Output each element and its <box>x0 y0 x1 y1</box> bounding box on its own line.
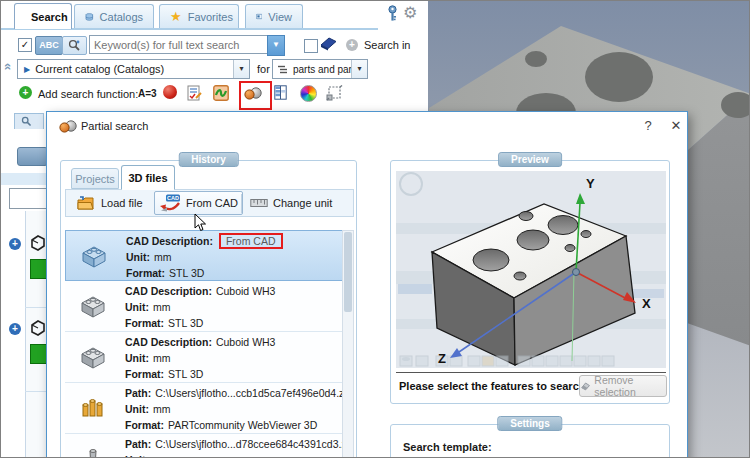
fulltext-checkbox[interactable]: ✓ <box>18 38 32 52</box>
background-band-fragment <box>1 173 46 185</box>
magnifier-button[interactable] <box>62 36 87 55</box>
color-search-icon[interactable] <box>300 85 317 102</box>
search-icon <box>21 116 32 127</box>
preview-group-label: Preview <box>498 152 562 167</box>
settings-group-label: Settings <box>497 416 562 431</box>
field-value: mm <box>153 454 171 458</box>
list-scrollbar[interactable] <box>342 230 354 458</box>
eraser-icon[interactable] <box>320 36 337 51</box>
table-search-icon[interactable] <box>274 85 287 100</box>
button-label: Change unit <box>273 197 332 209</box>
screen: Search Catalogs ★ Favorites View <box>0 0 750 458</box>
cylinders-model-icon <box>65 383 121 433</box>
field-value: STL 3D <box>168 317 203 329</box>
green-preview-fragment <box>30 259 47 279</box>
expand-plus-icon[interactable]: + <box>9 323 21 335</box>
background-button-fragment <box>17 147 48 166</box>
catalog-dropdown[interactable]: ▶ Current catalog (Catalogs) ▾ <box>17 59 250 79</box>
partial-search-icon <box>59 120 78 133</box>
brick-3d-icon <box>65 281 121 331</box>
tab-label: Projects <box>75 173 115 185</box>
search-in-plus-icon[interactable]: + <box>346 39 358 51</box>
add-function-plus-icon: + <box>19 86 32 99</box>
tab-search[interactable]: Search <box>14 3 72 29</box>
field-label: CAD Description: <box>125 285 212 297</box>
collapse-chevron[interactable]: « <box>1 63 16 70</box>
tab-projects[interactable]: Projects <box>71 168 119 189</box>
close-button[interactable]: ✕ <box>667 118 685 133</box>
field-label: CAD Description: <box>126 235 213 247</box>
tab-label: Catalogs <box>100 11 143 23</box>
tab-favorites[interactable]: ★ Favorites <box>159 4 239 28</box>
play-icon: ▶ <box>18 65 30 74</box>
from-cad-icon: CAD <box>159 194 181 212</box>
keyword-dropdown-button[interactable]: ▼ <box>267 35 285 56</box>
partial-search-dialog: Partial search ? ✕ History Projects 3D f… <box>46 111 688 458</box>
ruler-icon <box>250 198 268 208</box>
field-label: Unit: <box>125 301 149 313</box>
from-cad-button[interactable]: CAD From CAD <box>154 191 243 215</box>
field-label: Format: <box>125 368 164 380</box>
sphere-search-icon[interactable] <box>163 85 177 99</box>
field-value: mm <box>154 251 172 263</box>
separator <box>25 307 46 308</box>
history-file-list: CAD Description:From CAD Unit:mm Format:… <box>65 230 354 458</box>
view-icon <box>256 11 262 22</box>
catalog-dropdown-arrow[interactable]: ▾ <box>233 60 249 78</box>
dimension-search-icon[interactable] <box>326 85 343 101</box>
key-icon[interactable] <box>387 5 398 22</box>
part-outline-icon <box>30 319 46 337</box>
expand-plus-icon[interactable]: + <box>9 238 21 250</box>
variable-search-icon[interactable]: A=3 <box>138 88 157 99</box>
field-label: Path: <box>125 387 151 399</box>
field-value: C:\Users\jflotho...ccb1d5ca7ef496e0d4.zj… <box>155 387 352 399</box>
preview-3d-viewport[interactable]: Y X Z <box>396 171 666 368</box>
scope-dropdown-value: parts and part families <box>288 64 351 75</box>
file-list-item[interactable]: Path:C:\Users\jflotho...ccb1d5ca7ef496e0… <box>65 383 354 434</box>
part-outline-icon <box>30 234 46 252</box>
history-toolbar: Load file CAD From CAD <box>65 189 354 217</box>
tab-catalogs[interactable]: Catalogs <box>74 4 154 28</box>
open-folder-icon <box>76 196 96 211</box>
search-in-label: Search in <box>364 39 410 51</box>
svg-text:Y: Y <box>586 176 595 191</box>
svg-text:CAD: CAD <box>167 195 179 201</box>
file-list-item[interactable]: CAD Description:From CAD Unit:mm Format:… <box>65 230 354 281</box>
separator <box>241 194 242 213</box>
secondary-checkbox[interactable] <box>304 39 318 53</box>
change-unit-button[interactable]: Change unit <box>246 191 336 215</box>
catalogs-icon <box>85 11 94 23</box>
tab-label: Favorites <box>188 11 233 23</box>
preview-model: Y X Z <box>396 171 666 368</box>
tab-view[interactable]: View <box>245 4 303 28</box>
scrollbar-thumb[interactable] <box>344 232 352 312</box>
field-value-highlighted: From CAD <box>219 233 283 249</box>
history-group: History Projects 3D files Load file <box>60 160 357 458</box>
load-file-button[interactable]: Load file <box>72 191 147 215</box>
green-preview-fragment <box>30 344 47 364</box>
field-value: mm <box>153 352 171 364</box>
file-list-item[interactable]: Path:C:\Users\jflotho...d78ccee684c4391c… <box>65 434 354 458</box>
field-label: Format: <box>126 267 165 279</box>
help-button[interactable]: ? <box>639 118 657 133</box>
scope-dropdown-arrow[interactable]: ▾ <box>351 60 367 78</box>
file-list-item[interactable]: CAD Description:Cuboid WH3 Unit:mm Forma… <box>65 281 354 332</box>
abc-button[interactable]: ABC <box>35 36 63 55</box>
keyword-input[interactable] <box>89 35 275 54</box>
form-search-icon[interactable] <box>187 85 202 101</box>
tab-3d-files[interactable]: 3D files <box>121 165 175 190</box>
button-label: Load file <box>101 197 143 209</box>
field-value: Cuboid WH3 <box>216 336 276 348</box>
field-value: mm <box>153 301 171 313</box>
gear-icon[interactable]: ⚙ <box>403 3 417 22</box>
remove-selection-button[interactable]: Remove selection <box>579 375 667 397</box>
field-label: Unit: <box>126 251 150 263</box>
scope-dropdown[interactable]: parts and part families ▾ <box>272 59 368 79</box>
field-value: C:\Users\jflotho...d78ccee684c4391cd3.zj… <box>155 438 352 450</box>
field-value: Cuboid WH3 <box>216 285 276 297</box>
field-label: Format: <box>125 419 164 431</box>
preview-group: Preview <box>390 160 670 404</box>
sketch-search-icon[interactable] <box>213 85 229 101</box>
field-label: Unit: <box>125 454 149 458</box>
file-list-item[interactable]: CAD Description:Cuboid WH3 Unit:mm Forma… <box>65 332 354 383</box>
